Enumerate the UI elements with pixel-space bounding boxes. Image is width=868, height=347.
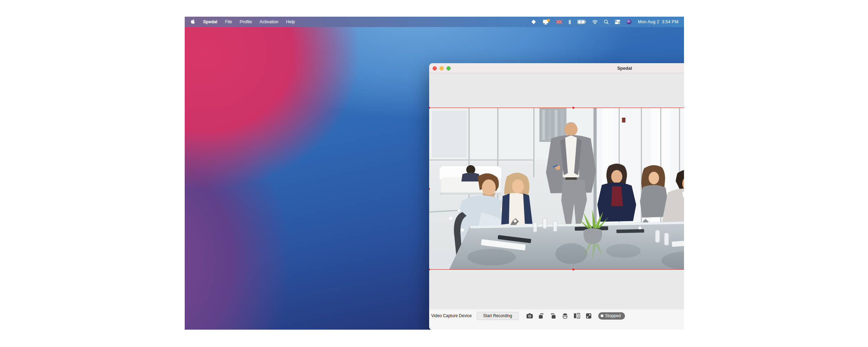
crop-handle-bottom-left[interactable] [429,269,430,270]
rotate-left-icon[interactable] [538,313,545,319]
zoom-button[interactable] [446,66,451,70]
bluetooth-icon[interactable] [568,19,571,25]
video-capture-device-label: Video Capture Device [431,313,472,318]
menu-bar: Spedal File Profile Activation Help [185,17,684,27]
crop-handle-top-left[interactable] [429,107,430,109]
menu-clock[interactable]: Mon Aug 2 3:54 PM [638,19,678,24]
camera-icon[interactable] [526,313,533,319]
menu-item-help[interactable]: Help [286,19,295,24]
flip-vertical-icon[interactable] [562,313,568,319]
bottom-toolbar: Video Capture Device Start Recording [429,309,684,330]
crop-handle-bottom-middle[interactable] [573,269,574,270]
mirror-icon[interactable] [574,313,580,319]
desktop-wallpaper: Spedal File Profile Activation Help [185,17,684,330]
recording-status-pill: Stopped [598,312,625,320]
wifi-icon[interactable] [592,19,598,25]
crop-selection-frame[interactable] [429,108,684,270]
spedal-window: Spedal [429,63,684,330]
start-recording-button[interactable]: Start Recording [477,312,519,320]
uk-flag-icon[interactable] [556,19,562,25]
minimize-button[interactable] [440,66,444,70]
menu-item-spedal[interactable]: Spedal [203,19,217,24]
display-notification-icon[interactable] [543,19,550,25]
apple-logo-icon[interactable] [191,19,195,25]
diamond-icon[interactable] [531,19,537,25]
rotate-right-icon[interactable] [550,313,557,319]
fullscreen-icon[interactable] [585,313,592,319]
close-button[interactable] [433,66,437,70]
title-bar[interactable]: Spedal [429,63,684,73]
recording-status-label: Stopped [605,313,621,318]
crop-handle-top-middle[interactable] [573,107,574,109]
control-center-icon[interactable] [615,19,620,25]
menu-item-file[interactable]: File [225,19,232,24]
menu-item-profile[interactable]: Profile [240,19,252,24]
window-title: Spedal [617,66,632,71]
status-dot-icon [601,314,603,317]
video-preview-pane[interactable] [429,73,684,309]
spotlight-icon[interactable] [604,19,609,25]
crop-handle-middle-left[interactable] [429,188,430,190]
battery-icon[interactable] [577,19,586,25]
assistant-icon[interactable] [626,19,632,25]
menu-item-activation[interactable]: Activation [260,19,278,24]
